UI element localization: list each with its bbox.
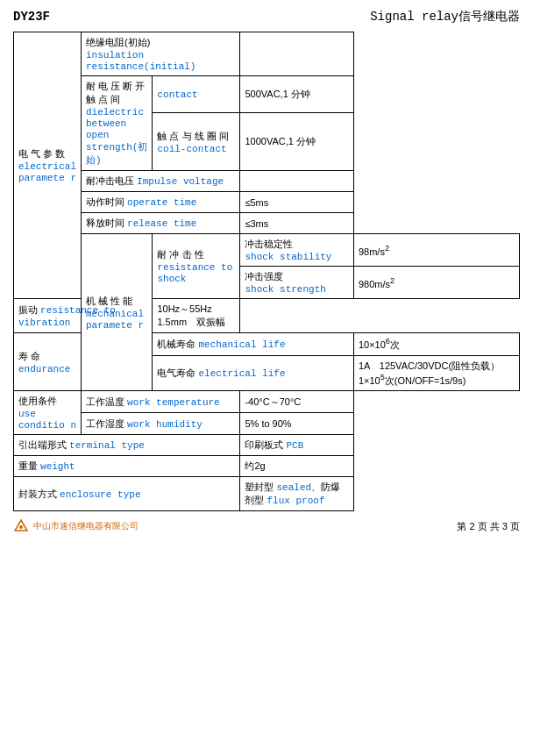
cat1-endurance: 寿 命 endurance <box>14 333 82 391</box>
val-release: ≤3ms <box>240 213 353 234</box>
val-shock-strength: 980m/s2 <box>353 267 519 299</box>
cat2-shock-resistance: 耐 冲 击 性 resistance to shock <box>153 234 240 299</box>
page-footer: 中山市速信继电器有限公司 第 2 页 共 3 页 <box>13 518 520 534</box>
val-operate: ≤5ms <box>240 192 353 213</box>
cat2-mechanical-life: 机械寿命 mechanical life <box>153 333 353 356</box>
page-header: DY23F Signal relay信号继电器 <box>13 9 520 25</box>
table-row: 释放时间 release time ≤3ms <box>14 213 520 234</box>
cat-enclosure-type: 封装方式 enclosure type <box>14 477 240 511</box>
table-row: 引出端形式 terminal type 印刷板式 PCB <box>14 435 520 456</box>
company-logo: 中山市速信继电器有限公司 <box>13 518 139 534</box>
cat-weight: 重量 weight <box>14 456 240 477</box>
cat2-work-humidity: 工作湿度 work humidity <box>82 413 240 435</box>
val-terminal-type: 印刷板式 PCB <box>240 435 353 456</box>
cat2-operate: 动作时间 operate time <box>82 192 240 213</box>
table-row: 封装方式 enclosure type 塑封型 sealed、防爆剂型 flux… <box>14 477 520 511</box>
table-row: 耐冲击电压 Impulse voltage <box>14 171 520 192</box>
val-insulation <box>240 32 353 76</box>
table-row: 重量 weight 约2g <box>14 456 520 477</box>
page-title: Signal relay信号继电器 <box>370 9 520 25</box>
company-icon <box>13 518 29 534</box>
cat3-shock-strength: 冲击强度 shock strength <box>240 267 353 299</box>
svg-point-2 <box>19 525 23 529</box>
specs-table: 电 气 参 数 electrical paramete r 绝缘电阻(初始) i… <box>13 32 520 511</box>
table-row: 电 气 参 数 electrical paramete r 绝缘电阻(初始) i… <box>14 32 520 76</box>
cat3-coil-contact: 触 点 与 线 圈 间 coil-contact <box>153 113 240 171</box>
cat2-electrical-life: 电气寿命 electrical life <box>153 355 353 391</box>
cat2-insulation: 绝缘电阻(初始) insulation resistance(initial) <box>82 32 240 76</box>
table-row: 机 械 性 能 mechanical paramete r 耐 冲 击 性 re… <box>14 234 520 267</box>
page-number: 第 2 页 共 3 页 <box>457 520 520 533</box>
val-shock-stability: 98m/s2 <box>353 234 519 267</box>
val-electrical-life: 1A 125VAC/30VDC(阻性负载） 1×105次(ON/OFF=1s/9… <box>353 355 519 391</box>
val-enclosure-type: 塑封型 sealed、防爆剂型 flux proof <box>240 477 353 511</box>
val-impulse <box>240 171 353 192</box>
model-number: DY23F <box>13 10 50 24</box>
val-weight: 约2g <box>240 456 353 477</box>
cat3-open-contact: contact <box>153 76 240 113</box>
cat2-release: 释放时间 release time <box>82 213 240 234</box>
val-work-humidity: 5% to 90% <box>240 413 353 435</box>
table-row: 动作时间 operate time ≤5ms <box>14 192 520 213</box>
cat1-electrical: 电 气 参 数 electrical paramete r <box>14 32 82 299</box>
cat2-dielectric: 耐 电 压 断 开 触 点 间 dielectric between open … <box>82 76 153 171</box>
cat-terminal-type: 引出端形式 terminal type <box>14 435 240 456</box>
cat2-work-temp: 工作温度 work temperature <box>82 391 240 413</box>
val-dielectric-open: 500VAC,1 分钟 <box>240 76 353 113</box>
val-mechanical-life: 10×106次 <box>353 333 519 356</box>
cat2-impulse: 耐冲击电压 Impulse voltage <box>82 171 240 192</box>
val-dielectric-coil: 1000VAC,1 分钟 <box>240 113 353 171</box>
cat3-shock-stability: 冲击稳定性 shock stability <box>240 234 353 267</box>
table-row: 使用条件 use conditio n 工作温度 work temperatur… <box>14 391 520 413</box>
cat1-use-conditions: 使用条件 use conditio n <box>14 391 82 435</box>
table-row: 耐 电 压 断 开 触 点 间 dielectric between open … <box>14 76 520 113</box>
company-name: 中山市速信继电器有限公司 <box>33 520 139 532</box>
val-work-temp: -40°C～70°C <box>240 391 353 413</box>
val-vibration: 10Hz～55Hz 1.5mm 双振幅 <box>153 299 240 333</box>
table-row: 工作湿度 work humidity 5% to 90% <box>14 413 520 435</box>
